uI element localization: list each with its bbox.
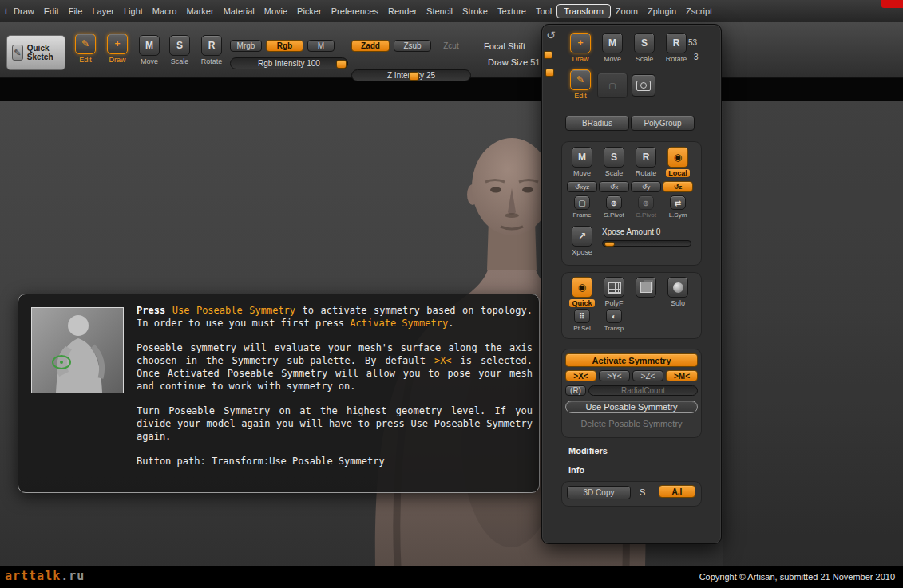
menu-stroke[interactable]: Stroke: [457, 4, 493, 18]
menu-edit[interactable]: Edit: [39, 4, 64, 18]
xpose-amount-slider[interactable]: [602, 240, 691, 247]
radial-r-button[interactable]: (R): [565, 385, 586, 396]
zadd-button[interactable]: Zadd: [351, 40, 390, 52]
spivot-icon: ⊕: [606, 195, 622, 210]
menu-macro[interactable]: Macro: [148, 4, 182, 18]
undo-icon[interactable]: ↺: [546, 29, 556, 41]
palette-draw-button[interactable]: + Draw: [565, 33, 596, 63]
sketch-icon: ✎: [12, 45, 23, 61]
partial-readout: 53: [688, 38, 697, 47]
floor-button[interactable]: [631, 277, 661, 298]
gyro-rotate-button[interactable]: R Rotate: [631, 147, 661, 177]
rotate-icon: R: [201, 35, 222, 56]
cube-icon: [636, 277, 656, 298]
rgb-intensity-slider[interactable]: Rgb Intensity 100: [230, 57, 348, 69]
move-icon: M: [139, 35, 160, 56]
ai-button[interactable]: A.I: [659, 485, 695, 498]
palette-edit-button[interactable]: ✎ Edit: [565, 69, 596, 100]
solo-button[interactable]: Solo: [663, 277, 693, 307]
polygroup-button[interactable]: PolyGroup: [631, 116, 695, 131]
scale-button[interactable]: S Scale: [164, 35, 195, 65]
menu-marker[interactable]: Marker: [181, 4, 218, 18]
sym-x-button[interactable]: >X<: [565, 370, 596, 381]
frame-icon: ▢: [574, 195, 590, 210]
menu-light[interactable]: Light: [119, 4, 148, 18]
palette-move-button[interactable]: M Move: [597, 33, 628, 63]
gyro-arrow-icon: ↺: [642, 184, 648, 191]
menu-file[interactable]: File: [64, 4, 88, 18]
slider-handle[interactable]: [409, 72, 419, 81]
draw-button[interactable]: + Draw: [102, 34, 133, 64]
menu-preferences[interactable]: Preferences: [327, 4, 383, 18]
menu-material[interactable]: Material: [219, 4, 259, 18]
menu-movie[interactable]: Movie: [259, 4, 292, 18]
gyro-x-button[interactable]: ↺x: [599, 181, 629, 192]
bottom-bar: arttalk.ru Copyright © Artisan, submitte…: [0, 566, 903, 588]
menu-picker[interactable]: Picker: [292, 4, 327, 18]
draw-size-handle[interactable]: [545, 69, 554, 77]
focal-shift-handle[interactable]: [544, 51, 552, 59]
info-section-label[interactable]: Info: [568, 465, 584, 475]
use-posable-symmetry-button[interactable]: Use Posable Symmetry: [565, 401, 698, 413]
palette-scale-button[interactable]: S Scale: [629, 33, 659, 63]
gyro-xyz-button[interactable]: ↺xyz: [567, 181, 597, 192]
modifiers-section-label[interactable]: Modifiers: [568, 446, 608, 456]
sym-z-button[interactable]: >Z<: [632, 370, 663, 381]
polyf-button[interactable]: PolyF: [599, 277, 629, 307]
slider-handle[interactable]: [604, 242, 615, 247]
local-icon: ◉: [667, 147, 688, 168]
cut-off-red-button[interactable]: [881, 0, 903, 8]
radial-count-slider: RadialCount: [588, 385, 698, 396]
menu-texture[interactable]: Texture: [493, 4, 531, 18]
edit-button[interactable]: ✎ Edit: [70, 34, 101, 64]
frame-button[interactable]: ▢ Frame: [567, 195, 597, 219]
menu-transform[interactable]: Transform: [556, 4, 611, 18]
menu-stencil[interactable]: Stencil: [422, 4, 457, 18]
menu-render[interactable]: Render: [383, 4, 422, 18]
xpose-button[interactable]: ↗ Xpose: [567, 226, 597, 256]
activate-symmetry-button[interactable]: Activate Symmetry: [565, 353, 698, 367]
sym-m-button[interactable]: >M<: [666, 370, 698, 381]
m-button[interactable]: M: [307, 40, 335, 52]
scale-icon: S: [634, 33, 655, 53]
quick-button[interactable]: ◉ Quick: [567, 277, 597, 307]
menu-zoom[interactable]: Zoom: [611, 4, 643, 18]
menu-draw[interactable]: Draw: [9, 4, 39, 18]
disabled-tool-button: ▢: [597, 73, 628, 98]
gyro-y-button[interactable]: ↺y: [631, 181, 661, 192]
camera-button[interactable]: [632, 74, 655, 97]
sym-y-button[interactable]: >Y<: [599, 370, 630, 381]
gyro-z-button[interactable]: ↺z: [663, 181, 693, 192]
menu-zscript[interactable]: Zscript: [681, 4, 717, 18]
edit-icon: ✎: [75, 34, 96, 54]
quick-sketch-button[interactable]: ✎ Quick Sketch: [6, 35, 65, 70]
arttalk-logo[interactable]: arttalk.ru: [5, 569, 85, 583]
ptsel-button[interactable]: ⠿ Pt Sel: [567, 309, 597, 332]
gyro-scale-button[interactable]: S Scale: [599, 147, 629, 177]
spivot-button[interactable]: ⊕ S.Pivot: [599, 195, 629, 219]
slider-handle[interactable]: [336, 60, 347, 69]
zcut-button[interactable]: Zcut: [435, 40, 467, 52]
palette-rotate-button[interactable]: R Rotate: [661, 33, 691, 63]
lsym-button[interactable]: ⇄ L.Sym: [663, 195, 693, 219]
zsub-button[interactable]: Zsub: [394, 40, 431, 52]
canvas-right-margin: [723, 101, 903, 566]
gyro-move-button[interactable]: M Move: [567, 147, 597, 177]
menu-layer[interactable]: Layer: [87, 4, 119, 18]
mrgb-button[interactable]: Mrgb: [230, 40, 262, 52]
menu-tool[interactable]: Tool: [531, 4, 556, 18]
transparency-icon: ◐: [606, 309, 622, 323]
move-button[interactable]: M Move: [134, 35, 164, 65]
z-intensity-slider[interactable]: Z Intensity 25: [351, 69, 471, 81]
rotate-button[interactable]: R Rotate: [195, 35, 228, 65]
rgb-button[interactable]: Rgb: [266, 40, 303, 52]
camera-icon: [636, 81, 651, 91]
threed-copy-button[interactable]: 3D Copy: [567, 486, 631, 499]
transp-button[interactable]: ◐ Transp: [599, 309, 629, 332]
menu-zplugin[interactable]: Zplugin: [643, 4, 681, 18]
edit-icon: ✎: [570, 69, 591, 90]
gyro-local-button[interactable]: ◉ Local: [663, 147, 693, 177]
draw-icon: +: [107, 34, 128, 54]
bradius-button[interactable]: BRadius: [565, 116, 629, 131]
scale-icon: S: [169, 35, 190, 56]
